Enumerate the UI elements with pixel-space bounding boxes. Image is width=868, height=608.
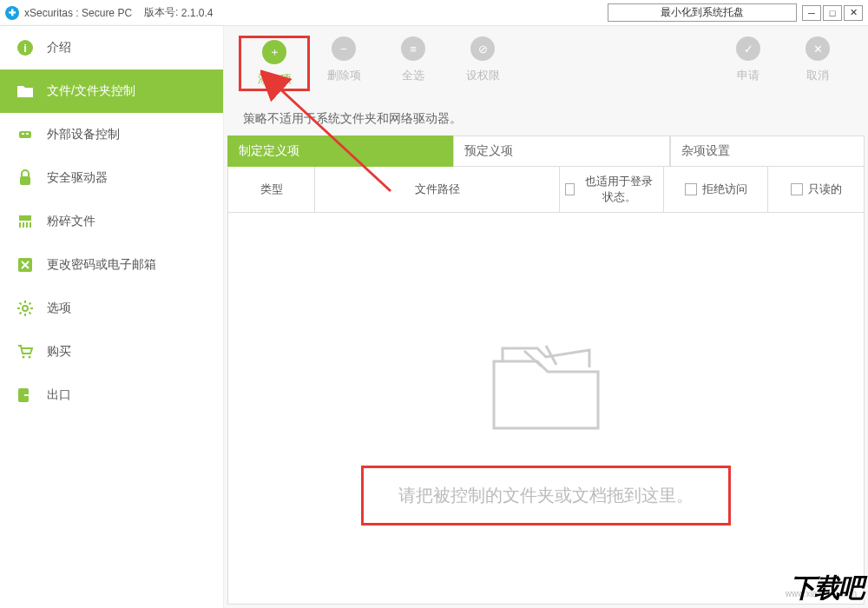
- svg-rect-2: [19, 131, 31, 138]
- x-icon: ✕: [806, 36, 830, 61]
- permissions-button[interactable]: ⊘ 设权限: [448, 36, 517, 90]
- title-bar: ✚ xSecuritas : Secure PC 版本号: 2.1.0.4 最小…: [0, 0, 868, 26]
- key-icon: [16, 255, 35, 274]
- app-title: xSecuritas : Secure PC: [24, 7, 132, 19]
- sidebar-item-label: 文件/文件夹控制: [47, 83, 135, 99]
- add-item-button[interactable]: ＋ 添加项: [240, 36, 309, 90]
- col-deny: 拒绝访问: [664, 167, 768, 212]
- col-readonly: 只读的: [768, 167, 864, 212]
- sidebar-item-label: 粉碎文件: [47, 214, 95, 229]
- svg-point-14: [29, 356, 31, 359]
- tool-label: 添加项: [240, 71, 309, 87]
- sidebar-item-label: 选项: [47, 301, 71, 316]
- version-value: 2.1.0.4: [181, 7, 214, 19]
- svg-rect-6: [19, 215, 31, 221]
- main-panel: ＋ 添加项 − 删除项 ≡ 全选 ⊘ 设权限 ✓ 申请 ✕ 取消: [224, 26, 868, 608]
- drop-message: 请把被控制的文件夹或文档拖到这里。: [361, 466, 731, 525]
- maximize-button[interactable]: □: [823, 5, 842, 21]
- checkbox[interactable]: [791, 183, 803, 195]
- sidebar-item-label: 出口: [47, 387, 71, 403]
- col-path: 文件路径: [315, 167, 560, 212]
- sidebar-item-label: 更改密码或电子邮箱: [47, 257, 156, 273]
- drop-area[interactable]: 请把被控制的文件夹或文档拖到这里。 www.xiazaiba.com: [227, 213, 865, 605]
- sidebar-item-change-password[interactable]: 更改密码或电子邮箱: [0, 243, 223, 287]
- sidebar-item-label: 介绍: [47, 40, 71, 56]
- sidebar-item-options[interactable]: 选项: [0, 287, 223, 330]
- svg-text:i: i: [23, 42, 27, 55]
- tab-custom[interactable]: 制定定义项: [227, 135, 453, 167]
- close-button[interactable]: ✕: [844, 5, 863, 21]
- remove-item-button[interactable]: − 删除项: [309, 36, 378, 90]
- tab-bar: 制定定义项 预定义项 杂项设置: [227, 135, 865, 167]
- gear-icon: [16, 299, 35, 318]
- svg-rect-4: [26, 133, 29, 135]
- sidebar-item-exit[interactable]: 出口: [0, 373, 223, 417]
- info-icon: i: [16, 38, 35, 57]
- sidebar-item-label: 外部设备控制: [47, 127, 120, 142]
- grid-header: 类型 文件路径 也适用于登录状态。 拒绝访问 只读的: [227, 167, 865, 213]
- svg-rect-3: [22, 133, 24, 135]
- cancel-button[interactable]: ✕ 取消: [783, 36, 852, 90]
- sidebar-item-intro[interactable]: i 介绍: [0, 26, 223, 69]
- lock-icon: [16, 169, 35, 188]
- version-label: 版本号:: [144, 5, 178, 20]
- sidebar: i 介绍 文件/文件夹控制 外部设备控制 安全驱动器 粉碎文件 更改密码或电子邮…: [0, 26, 224, 608]
- sidebar-item-external-device[interactable]: 外部设备控制: [0, 113, 223, 156]
- select-all-button[interactable]: ≡ 全选: [378, 36, 448, 90]
- svg-rect-5: [20, 176, 30, 185]
- apply-button[interactable]: ✓ 申请: [713, 36, 783, 90]
- brand-overlay: 下载吧: [790, 571, 863, 606]
- sidebar-item-file-control[interactable]: 文件/文件夹控制: [0, 69, 223, 113]
- policy-description: 策略不适用于系统文件夹和网络驱动器。: [224, 97, 868, 135]
- tab-misc[interactable]: 杂项设置: [670, 135, 865, 167]
- app-icon: ✚: [5, 6, 19, 20]
- exit-icon: [16, 386, 35, 405]
- checkbox[interactable]: [565, 183, 575, 195]
- shred-icon: [16, 212, 35, 231]
- tool-label: 申请: [713, 68, 783, 83]
- minimize-button[interactable]: ─: [802, 5, 821, 21]
- col-login: 也适用于登录状态。: [560, 167, 664, 212]
- col-type: 类型: [228, 167, 315, 212]
- cart-icon: [16, 342, 35, 361]
- minimize-to-tray-button[interactable]: 最小化到系统托盘: [608, 3, 797, 22]
- tool-label: 设权限: [448, 68, 517, 83]
- tool-label: 全选: [378, 68, 448, 83]
- checkbox[interactable]: [685, 183, 697, 195]
- svg-point-13: [23, 356, 25, 359]
- sidebar-item-label: 安全驱动器: [47, 170, 108, 186]
- svg-point-12: [23, 306, 28, 311]
- check-icon: ✓: [736, 36, 760, 61]
- minus-icon: −: [332, 36, 356, 61]
- tool-label: 删除项: [309, 68, 378, 83]
- tool-label: 取消: [783, 68, 852, 83]
- toolbar: ＋ 添加项 − 删除项 ≡ 全选 ⊘ 设权限 ✓ 申请 ✕ 取消: [224, 26, 868, 97]
- sidebar-item-label: 购买: [47, 344, 71, 360]
- sidebar-item-shred[interactable]: 粉碎文件: [0, 200, 223, 243]
- sidebar-item-secure-drive[interactable]: 安全驱动器: [0, 156, 223, 200]
- list-icon: ≡: [401, 36, 425, 61]
- sidebar-item-purchase[interactable]: 购买: [0, 330, 223, 373]
- empty-folder-icon: [477, 327, 615, 439]
- tab-preset[interactable]: 预定义项: [453, 135, 670, 167]
- usb-icon: [16, 125, 35, 144]
- denied-icon: ⊘: [470, 36, 495, 61]
- plus-icon: ＋: [262, 40, 286, 64]
- folder-icon: [16, 82, 35, 101]
